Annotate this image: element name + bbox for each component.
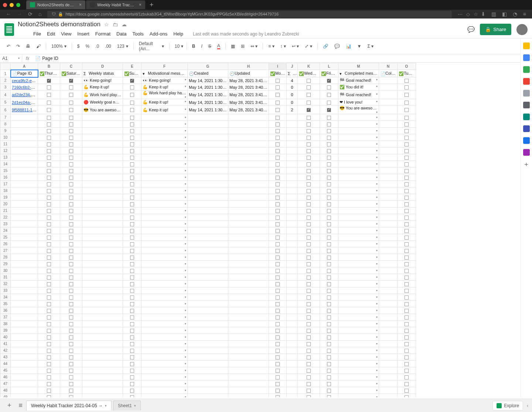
- checkbox[interactable]: [130, 149, 134, 153]
- cell-M37[interactable]: ▾: [338, 314, 379, 321]
- checkbox[interactable]: [47, 162, 51, 166]
- cell-B5[interactable]: [38, 99, 60, 106]
- checkbox[interactable]: [47, 216, 51, 220]
- cell-M44[interactable]: ▾: [338, 361, 379, 367]
- cell-O6[interactable]: [398, 106, 416, 114]
- cell-A45[interactable]: [11, 367, 38, 374]
- cell-J28[interactable]: [287, 254, 298, 261]
- checkbox[interactable]: [130, 242, 134, 246]
- chevron-down-icon[interactable]: ▾: [185, 222, 186, 226]
- cell-G21[interactable]: [188, 207, 228, 214]
- checkbox[interactable]: [327, 342, 331, 346]
- cell-G44[interactable]: [188, 361, 228, 367]
- checkbox[interactable]: [276, 276, 280, 280]
- cell-C17[interactable]: [60, 181, 82, 188]
- checkbox[interactable]: [130, 116, 134, 120]
- chevron-down-icon[interactable]: ▾: [376, 129, 378, 132]
- chevron-down-icon[interactable]: ▾: [376, 136, 378, 139]
- cell-B40[interactable]: [38, 334, 60, 341]
- cell-E11[interactable]: [123, 141, 141, 148]
- checkbox[interactable]: [327, 315, 331, 320]
- cell-L40[interactable]: [320, 334, 338, 341]
- checkbox[interactable]: [69, 315, 73, 320]
- cell-G43[interactable]: [188, 354, 228, 361]
- cell-N15[interactable]: [379, 168, 398, 174]
- cell-C34[interactable]: [60, 294, 82, 301]
- cell-C33[interactable]: [60, 287, 82, 294]
- more-icon[interactable]: ⋯: [458, 11, 463, 17]
- cell-L36[interactable]: [320, 307, 338, 314]
- cell-E30[interactable]: [123, 267, 141, 274]
- cell-N49[interactable]: [379, 394, 398, 398]
- cell-J49[interactable]: [287, 394, 298, 398]
- cell-H34[interactable]: [228, 294, 269, 301]
- checkbox[interactable]: [69, 142, 73, 146]
- cell-H40[interactable]: [228, 334, 269, 341]
- cell-N37[interactable]: [379, 314, 398, 321]
- cell-I8[interactable]: [269, 121, 287, 128]
- cell-A32[interactable]: [11, 281, 38, 287]
- cell-G11[interactable]: [188, 141, 228, 148]
- cell-L47[interactable]: [320, 381, 338, 387]
- cell-C11[interactable]: [60, 141, 82, 148]
- cell-A28[interactable]: [11, 254, 38, 261]
- cell-I17[interactable]: [269, 181, 287, 188]
- checkbox[interactable]: [47, 342, 51, 346]
- cell-O16[interactable]: [398, 174, 416, 181]
- cell-K22[interactable]: [298, 214, 320, 221]
- cell-B35[interactable]: [38, 301, 60, 307]
- cell-K33[interactable]: [298, 287, 320, 294]
- cell-G42[interactable]: [188, 347, 228, 354]
- cell-C9[interactable]: [60, 128, 82, 134]
- checkbox[interactable]: [307, 389, 311, 393]
- checkbox[interactable]: [327, 222, 331, 226]
- checkbox[interactable]: [327, 156, 331, 160]
- checkbox[interactable]: [69, 276, 73, 280]
- cell-G17[interactable]: [188, 181, 228, 188]
- checkbox[interactable]: [130, 108, 134, 112]
- side-panel-add-button[interactable]: +: [524, 161, 528, 169]
- checkbox[interactable]: [327, 169, 331, 173]
- cell-B43[interactable]: [38, 354, 60, 361]
- library-icon[interactable]: ▥: [488, 11, 499, 17]
- cell-O45[interactable]: [398, 367, 416, 374]
- cell-G14[interactable]: [188, 161, 228, 168]
- cell-G22[interactable]: [188, 214, 228, 221]
- checkbox[interactable]: [130, 335, 134, 340]
- cell-D16[interactable]: [82, 174, 123, 181]
- cell-D40[interactable]: [82, 334, 123, 341]
- chevron-down-icon[interactable]: ▾: [185, 309, 186, 312]
- checkbox[interactable]: [130, 362, 134, 366]
- cell-E14[interactable]: [123, 161, 141, 168]
- cell-K43[interactable]: [298, 354, 320, 361]
- cell-H4[interactable]: May 28, 2021 3:41 PM: [228, 91, 269, 99]
- checkbox[interactable]: [130, 169, 134, 173]
- cell-I40[interactable]: [269, 334, 287, 341]
- cell-B31[interactable]: [38, 274, 60, 281]
- cell-M38[interactable]: ▾: [338, 321, 379, 327]
- checkbox[interactable]: [405, 276, 409, 280]
- cell-O13[interactable]: [398, 154, 416, 161]
- checkbox[interactable]: [405, 93, 409, 97]
- checkbox[interactable]: [405, 209, 409, 213]
- checkbox[interactable]: [276, 149, 280, 153]
- cell-K7[interactable]: [298, 114, 320, 121]
- cell-C5[interactable]: [60, 99, 82, 106]
- checkbox[interactable]: [69, 282, 73, 286]
- cell-B32[interactable]: [38, 281, 60, 287]
- checkbox[interactable]: [47, 309, 51, 313]
- cell-C7[interactable]: [60, 114, 82, 121]
- cell-A20[interactable]: [11, 201, 38, 207]
- cell-M4[interactable]: 🏁 Goal reached!▾: [338, 91, 379, 99]
- checkbox[interactable]: [327, 369, 331, 373]
- cell-B7[interactable]: [38, 114, 60, 121]
- cell-H12[interactable]: [228, 148, 269, 154]
- cell-L5[interactable]: [320, 99, 338, 106]
- cell-A19[interactable]: [11, 194, 38, 201]
- cell-O32[interactable]: [398, 281, 416, 287]
- cell-F36[interactable]: ▾: [141, 307, 188, 314]
- row-header-11[interactable]: 11: [0, 141, 11, 148]
- checkbox[interactable]: [276, 355, 280, 359]
- checkbox[interactable]: [307, 249, 311, 253]
- chevron-down-icon[interactable]: ▾: [185, 256, 186, 259]
